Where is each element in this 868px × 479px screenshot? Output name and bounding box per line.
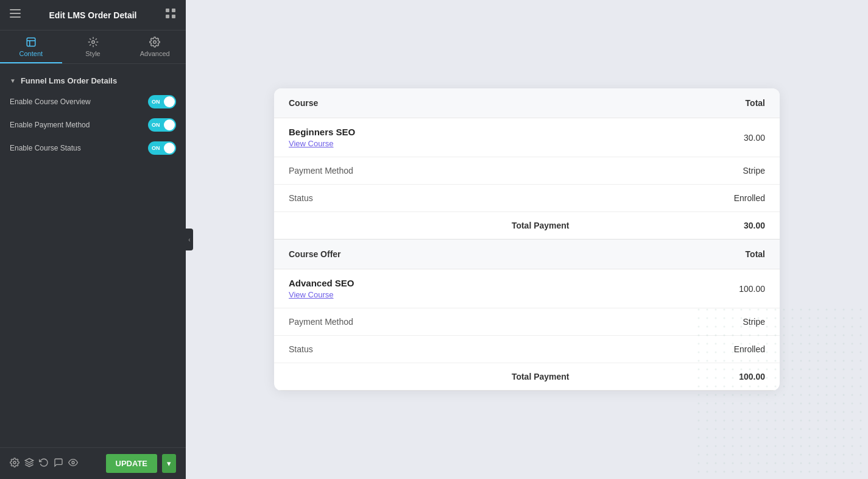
toggle-course-overview[interactable]: ON: [148, 95, 176, 108]
tab-style-label: Style: [85, 50, 100, 57]
course-name-1: Beginners SEO: [289, 127, 570, 137]
tab-advanced-label: Advanced: [140, 50, 170, 57]
view-course-link-1[interactable]: View Course: [289, 139, 333, 148]
toggle-thumb: [164, 143, 175, 154]
table-row: Payment Method Stripe: [274, 157, 780, 185]
toggle-on-text: ON: [152, 122, 160, 128]
tab-advanced[interactable]: Advanced: [124, 30, 186, 63]
eye-icon[interactable]: [68, 458, 78, 470]
update-button[interactable]: UPDATE: [106, 454, 157, 473]
layers-icon[interactable]: [24, 458, 34, 470]
sidebar-bottom: UPDATE ▾: [0, 447, 186, 479]
toggle-course-status[interactable]: ON: [148, 141, 176, 155]
sidebar-tabs: Content Style Advanced: [0, 30, 186, 64]
sidebar-title: Edit LMS Order Detail: [49, 10, 137, 20]
course-cell: Beginners SEO View Course: [274, 118, 584, 157]
table2-header-row: Course Offer Total: [274, 240, 780, 269]
section-header[interactable]: ▼ Funnel Lms Order Details: [0, 71, 186, 90]
svg-point-11: [153, 41, 157, 44]
payment-method-label-2: Payment Method: [274, 308, 584, 336]
order-table-1: Course Total Beginners SEO View Course 3…: [274, 88, 780, 391]
settings-icon[interactable]: [10, 458, 19, 470]
undo-icon[interactable]: [39, 458, 49, 470]
sidebar-header: Edit LMS Order Detail: [0, 0, 186, 30]
grid-icon[interactable]: [165, 8, 176, 22]
payment-method-value-2: Stripe: [584, 308, 780, 336]
table1-col2-header: Total: [584, 88, 780, 118]
svg-rect-7: [27, 38, 35, 46]
svg-marker-13: [25, 458, 33, 463]
toggle-payment-method[interactable]: ON: [148, 118, 176, 132]
toggle-row-course-overview: Enable Course Overview ON: [0, 90, 186, 113]
table-row: Status Enrolled: [274, 336, 780, 363]
svg-point-14: [72, 461, 74, 464]
toggle-label-payment-method: Enable Payment Method: [10, 121, 90, 129]
svg-rect-1: [10, 13, 21, 14]
svg-rect-5: [166, 15, 169, 18]
table2-header: Course Offer Total: [274, 240, 780, 269]
status-label-2: Status: [274, 336, 584, 363]
table1-col1-header: Course: [274, 88, 584, 118]
svg-rect-0: [10, 9, 21, 10]
svg-rect-6: [172, 15, 175, 18]
table-row: Advanced SEO View Course 100.00: [274, 269, 780, 308]
toggle-row-course-status: Enable Course Status ON: [0, 137, 186, 160]
payment-method-label-1: Payment Method: [274, 157, 584, 185]
course-name-2: Advanced SEO: [289, 278, 570, 288]
table2-col2-header: Total: [584, 240, 780, 269]
payment-method-value-1: Stripe: [584, 157, 780, 185]
section-arrow-icon: ▼: [10, 77, 16, 84]
svg-rect-4: [172, 9, 175, 12]
total-payment-label-1: Total Payment: [274, 212, 584, 240]
order-card: Course Total Beginners SEO View Course 3…: [274, 88, 780, 391]
table2-col1-header: Course Offer: [274, 240, 584, 269]
toggle-row-payment-method: Enable Payment Method ON: [0, 113, 186, 137]
svg-rect-2: [10, 16, 21, 18]
tab-style[interactable]: Style: [62, 30, 124, 63]
sidebar: Edit LMS Order Detail Content: [0, 0, 186, 479]
toggle-thumb: [164, 96, 175, 107]
svg-point-10: [91, 41, 94, 44]
hamburger-icon[interactable]: [10, 8, 21, 22]
toggle-thumb: [164, 119, 175, 130]
view-course-link-2[interactable]: View Course: [289, 290, 333, 299]
svg-point-12: [13, 461, 16, 464]
toggle-on-text: ON: [152, 145, 160, 151]
toggle-label-course-status: Enable Course Status: [10, 144, 81, 152]
tab-content-label: Content: [19, 50, 43, 57]
total-payment-value-1: 30.00: [584, 212, 780, 240]
total-payment-value-2: 100.00: [584, 363, 780, 391]
status-label-1: Status: [274, 185, 584, 212]
comments-icon[interactable]: [54, 458, 63, 470]
toggle-on-text: ON: [152, 99, 160, 105]
update-arrow-button[interactable]: ▾: [162, 454, 176, 473]
table-row: Beginners SEO View Course 30.00: [274, 118, 780, 157]
svg-rect-3: [166, 9, 169, 12]
total-payment-row-2: Total Payment 100.00: [274, 363, 780, 391]
course-cell-2: Advanced SEO View Course: [274, 269, 584, 308]
total-payment-label-2: Total Payment: [274, 363, 584, 391]
toggle-label-course-overview: Enable Course Overview: [10, 98, 91, 106]
panel-section: ▼ Funnel Lms Order Details Enable Course…: [0, 64, 186, 167]
main-content: Course Total Beginners SEO View Course 3…: [186, 0, 868, 479]
tab-content[interactable]: Content: [0, 30, 62, 63]
table-row: Status Enrolled: [274, 185, 780, 212]
course-total-1: 30.00: [584, 118, 780, 157]
table-row: Payment Method Stripe: [274, 308, 780, 336]
status-value-1: Enrolled: [584, 185, 780, 212]
course-total-2: 100.00: [584, 269, 780, 308]
total-payment-row-1: Total Payment 30.00: [274, 212, 780, 240]
status-value-2: Enrolled: [584, 336, 780, 363]
table1-header-row: Course Total: [274, 88, 780, 118]
collapse-handle[interactable]: ‹: [186, 229, 193, 250]
section-title: Funnel Lms Order Details: [21, 76, 117, 85]
